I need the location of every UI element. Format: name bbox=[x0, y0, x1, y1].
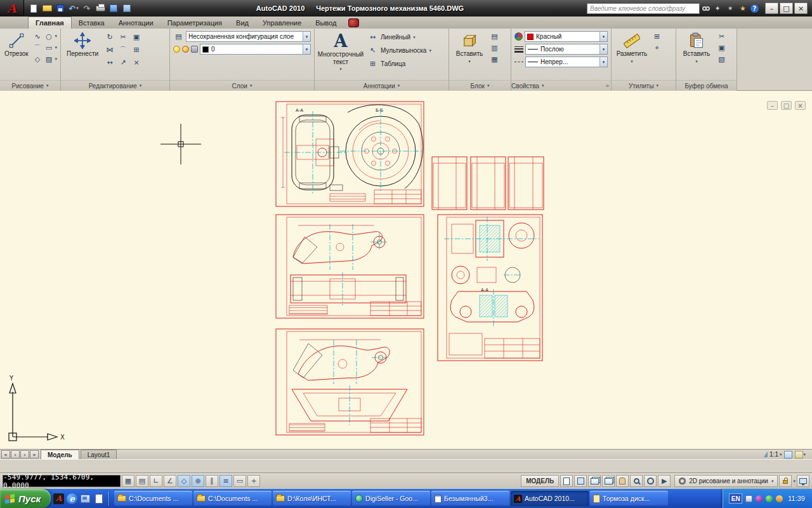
spec-tables[interactable] bbox=[432, 157, 544, 210]
qat-tool2-button[interactable] bbox=[121, 2, 133, 15]
sheet-parts[interactable]: А-А bbox=[438, 215, 542, 361]
combo-arrow-icon[interactable]: ▾ bbox=[599, 57, 607, 67]
status-overflow-icon[interactable]: ▾ bbox=[793, 479, 796, 484]
create-block-button[interactable]: ▤ bbox=[489, 31, 500, 41]
ortho-toggle[interactable]: ∟ bbox=[150, 475, 162, 487]
undo-button[interactable]: ↶▾ bbox=[67, 2, 80, 15]
scale-button[interactable]: ↗ bbox=[118, 58, 129, 68]
mirror-button[interactable]: ⋈ bbox=[105, 45, 115, 55]
layer-lock-icon[interactable] bbox=[191, 46, 198, 53]
tab-next-button[interactable]: › bbox=[20, 450, 29, 458]
start-button[interactable]: Пуск bbox=[0, 489, 51, 508]
open-button[interactable] bbox=[41, 2, 53, 15]
annotation-autoscale-icon[interactable] bbox=[795, 451, 803, 458]
block-editor-button[interactable]: ▦ bbox=[489, 54, 500, 64]
polar-toggle[interactable]: ∠ bbox=[164, 475, 176, 487]
panel-draw-footer[interactable]: Рисование▾ bbox=[0, 80, 60, 91]
tab-insert[interactable]: Вставка bbox=[72, 17, 112, 29]
quickview-layouts-button[interactable] bbox=[588, 475, 601, 487]
tab-parametric[interactable]: Параметризация bbox=[160, 17, 229, 29]
ribbon-extra-icon[interactable] bbox=[348, 18, 359, 27]
layer-state-combo[interactable]: Несохраненная конфигурация слое ▾ bbox=[186, 31, 311, 42]
tray-icon-1[interactable] bbox=[745, 495, 752, 502]
mtext-button[interactable]: А Многострочный текст ▾ bbox=[318, 31, 363, 72]
panel-utilities-footer[interactable]: Утилиты▾ bbox=[612, 80, 676, 91]
tray-icon-3[interactable] bbox=[766, 495, 773, 502]
sheet-caliper-bottom[interactable] bbox=[276, 329, 424, 435]
combo-arrow-icon[interactable]: ▾ bbox=[599, 32, 607, 41]
qp-toggle[interactable]: + bbox=[247, 475, 260, 487]
match-properties-button[interactable]: ▧ bbox=[716, 54, 727, 64]
quicklaunch-autocad-icon[interactable]: A bbox=[53, 493, 64, 504]
cleanscreen-button[interactable] bbox=[797, 475, 809, 487]
app-menu-button[interactable]: A bbox=[0, 0, 24, 17]
taskbar-item-untitled[interactable]: Безымянный3... bbox=[431, 491, 509, 506]
panel-annotation-footer[interactable]: Аннотации▾ bbox=[315, 80, 449, 91]
taskbar-item-autocad[interactable]: AAutoCAD 2010... bbox=[511, 491, 589, 506]
linetype-combo[interactable]: Непрер... ▾ bbox=[525, 57, 608, 67]
layer-on-icon[interactable] bbox=[173, 46, 180, 53]
polygon-button[interactable]: ◇ bbox=[32, 54, 43, 64]
taskbar-item-explorer-3[interactable]: D:\Коля\ИНСТ... bbox=[273, 491, 351, 506]
layer-thaw-icon[interactable] bbox=[182, 46, 189, 53]
status-menu-icon[interactable]: ▾ bbox=[803, 452, 806, 457]
grid-toggle[interactable]: ▤ bbox=[136, 475, 148, 487]
dimension-linear-button[interactable]: ↔ Линейный ▾ bbox=[366, 31, 447, 43]
stretch-button[interactable]: ↔ bbox=[105, 58, 115, 68]
help-icon[interactable]: ? bbox=[750, 4, 759, 13]
dropdown-icon[interactable]: ▾ bbox=[55, 57, 57, 62]
panel-layers-footer[interactable]: Слои▾ bbox=[170, 80, 314, 91]
steeringwheel-button[interactable] bbox=[644, 475, 657, 487]
doc-minimize-button[interactable]: – bbox=[767, 101, 778, 110]
annotation-scale-value[interactable]: 1:1 bbox=[769, 451, 778, 458]
fillet-button[interactable]: ⌒ bbox=[118, 45, 129, 55]
tab-first-button[interactable]: « bbox=[1, 450, 10, 458]
otrack-toggle[interactable]: ⊕ bbox=[192, 475, 204, 487]
sheet-caliper-top[interactable] bbox=[276, 215, 424, 318]
model-tab[interactable]: Модель bbox=[41, 450, 79, 459]
search-binoculars-icon[interactable] bbox=[702, 6, 710, 11]
dialog-launcher-icon[interactable]: » bbox=[606, 83, 609, 89]
infocenter-search-input[interactable] bbox=[587, 3, 700, 14]
doc-restore-button[interactable]: □ bbox=[781, 101, 792, 110]
pan-button[interactable] bbox=[616, 475, 629, 487]
arc-button[interactable]: ⌒ bbox=[32, 43, 43, 53]
copy-clip-button[interactable]: ▣ bbox=[716, 43, 727, 53]
erase-button[interactable]: × bbox=[131, 58, 142, 68]
lwt-toggle[interactable]: ▭ bbox=[233, 475, 246, 487]
hatch-button[interactable]: ▨ bbox=[43, 54, 54, 64]
lineweight-combo[interactable]: Послою ▾ bbox=[525, 44, 608, 55]
quick-calc-button[interactable]: ⊞ bbox=[652, 31, 662, 41]
language-indicator[interactable]: EN bbox=[729, 493, 742, 504]
communication-center-icon[interactable]: ✶ bbox=[725, 4, 735, 13]
quicklaunch-doc-button[interactable] bbox=[93, 493, 104, 504]
plot-button[interactable] bbox=[94, 2, 107, 15]
quickview-drawings-button[interactable] bbox=[602, 475, 615, 487]
osnap-toggle[interactable]: ◇ bbox=[178, 475, 190, 487]
color-combo[interactable]: Красный ▾ bbox=[525, 31, 608, 42]
tray-icon-4[interactable] bbox=[776, 495, 783, 502]
quicklaunch-desktop-button[interactable] bbox=[80, 493, 91, 504]
sheet-wheel-drum[interactable]: А-А Б-Б bbox=[276, 102, 424, 206]
tab-last-button[interactable]: » bbox=[30, 450, 39, 458]
tab-annotate[interactable]: Аннотации bbox=[112, 17, 160, 29]
rectangle-button[interactable]: ▭ bbox=[43, 43, 54, 53]
edit-attributes-button[interactable]: ▥ bbox=[489, 43, 500, 53]
paste-button[interactable]: Вставить ▾ bbox=[679, 31, 714, 64]
id-point-button[interactable]: ⌖ bbox=[652, 43, 662, 53]
annotation-visibility-icon[interactable] bbox=[784, 451, 792, 458]
clock[interactable]: 11:39 bbox=[788, 495, 805, 502]
quicklaunch-browser-icon[interactable]: e bbox=[67, 493, 77, 504]
command-line-area[interactable] bbox=[0, 459, 812, 473]
toolbar-lock-button[interactable] bbox=[779, 475, 792, 487]
scale-dropdown-icon[interactable]: ▾ bbox=[780, 452, 782, 457]
insert-block-button[interactable]: Вставить ▾ bbox=[452, 31, 487, 64]
redo-button[interactable]: ↷ bbox=[81, 2, 93, 15]
snap-toggle[interactable]: ▦ bbox=[122, 475, 134, 487]
copy-button[interactable]: ▣ bbox=[131, 32, 142, 43]
panel-properties-footer[interactable]: Свойства▾» bbox=[511, 80, 611, 91]
tab-home[interactable]: Главная bbox=[28, 17, 72, 29]
combo-arrow-icon[interactable]: ▾ bbox=[303, 44, 310, 54]
ducs-toggle[interactable]: ∥ bbox=[206, 475, 218, 487]
close-button[interactable]: × bbox=[794, 3, 808, 14]
